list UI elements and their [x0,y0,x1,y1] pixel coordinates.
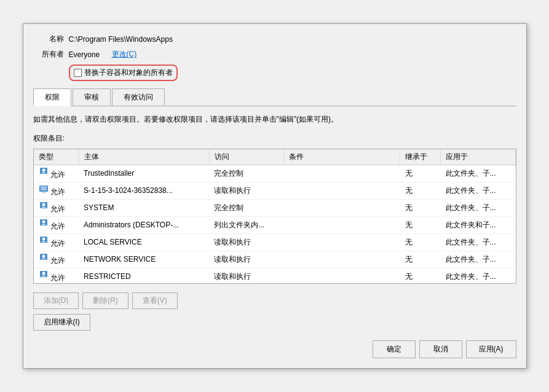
inherit-button[interactable]: 启用继承(I) [33,314,90,331]
table-row[interactable]: 允许S-1-15-3-1024-36352838...读取和执行无此文件夹、子.… [34,182,516,199]
row-apply: 此文件夹、子... [441,165,516,182]
row-inherit: 无 [400,199,441,216]
tab-permissions[interactable]: 权限 [33,88,71,106]
confirm-buttons: 确定 取消 应用(A) [33,340,516,358]
row-condition [284,233,400,251]
description-text: 如需其他信息，请双击权限项目。若要修改权限项目，请选择该项目并单击"编辑"(如果… [33,114,516,125]
row-access: 读取和执行 [209,233,283,251]
row-apply: 此文件夹、子... [441,233,516,251]
row-subject: Administrators (DESKTOP-... [79,216,209,233]
row-condition [284,268,400,284]
table-row[interactable]: 允许SYSTEM完全控制无此文件夹、子... [34,199,516,216]
col-subject: 主体 [79,149,209,165]
row-apply: 此文件夹、子... [441,268,516,284]
row-subject: LOCAL SERVICE [79,233,209,251]
row-type: 允许 [34,251,79,268]
svg-point-8 [42,220,45,223]
row-access: 读取和执行 [209,182,283,199]
svg-rect-4 [42,192,45,193]
tab-effective[interactable]: 有效访问 [112,88,165,106]
row-subject: SYSTEM [79,199,209,216]
tab-bar: 权限 审核 有效访问 [33,88,516,106]
row-apply: 此文件夹和子... [441,216,516,233]
inherit-button-row: 启用继承(I) [33,314,516,331]
delete-button[interactable]: 删除(R) [82,292,128,309]
svg-point-14 [42,272,45,275]
row-access: 完全控制 [209,165,283,182]
svg-point-6 [42,203,45,206]
add-button[interactable]: 添加(D) [33,292,79,309]
user-icon [39,219,49,229]
table-row[interactable]: 允许Administrators (DESKTOP-...列出文件夹内...无此… [34,216,516,233]
row-condition [284,165,400,182]
ok-button[interactable]: 确定 [373,340,416,358]
svg-rect-3 [41,186,47,190]
row-access: 读取和执行 [209,268,283,284]
row-subject: NETWORK SERVICE [79,251,209,268]
row-subject: S-1-15-3-1024-36352838... [79,182,209,199]
table-row[interactable]: 允许TrustedInstaller完全控制无此文件夹、子... [34,165,516,182]
svg-point-1 [42,168,45,171]
table-row[interactable]: 允许LOCAL SERVICE读取和执行无此文件夹、子... [34,233,516,251]
col-type: 类型 [34,149,79,165]
action-buttons: 添加(D) 删除(R) 查看(V) [33,292,516,309]
row-condition [284,216,400,233]
row-type: 允许 [34,165,79,182]
svg-point-10 [42,237,45,240]
tab-audit[interactable]: 审核 [73,88,111,106]
user-icon [39,167,49,177]
view-button[interactable]: 查看(V) [132,292,178,309]
security-dialog: 名称 C:\Program Files\WindowsApps 所有者 Ever… [23,23,527,368]
row-type: 允许 [34,216,79,233]
user-icon [39,202,49,211]
col-condition: 条件 [284,149,400,165]
user-icon [39,253,49,263]
col-inherit: 继承于 [400,149,441,165]
row-subject: RESTRICTED [79,268,209,284]
col-access: 访问 [209,149,283,165]
table-row[interactable]: 允许RESTRICTED读取和执行无此文件夹、子... [34,268,516,284]
acl-table-wrapper[interactable]: 类型 主体 访问 条件 继承于 应用于 允许TrustedInstaller完全… [33,149,516,284]
table-header-row: 类型 主体 访问 条件 继承于 应用于 [34,149,516,165]
row-apply: 此文件夹、子... [441,199,516,216]
row-subject: TrustedInstaller [79,165,209,182]
row-inherit: 无 [400,233,441,251]
row-inherit: 无 [400,251,441,268]
row-type: 允许 [34,233,79,251]
name-row: 名称 C:\Program Files\WindowsApps [33,34,516,44]
name-label: 名称 [33,34,64,44]
owner-value: Everyone [69,50,100,59]
owner-row: 所有者 Everyone 更改(C) [33,49,516,60]
row-type: 允许 [34,199,79,216]
name-value: C:\Program Files\WindowsApps [69,35,173,44]
row-inherit: 无 [400,165,441,182]
replace-owner-box: 替换子容器和对象的所有者 [69,65,178,81]
table-row[interactable]: 允许NETWORK SERVICE读取和执行无此文件夹、子... [34,251,516,268]
replace-owner-label: 替换子容器和对象的所有者 [84,68,173,78]
row-condition [284,182,400,199]
user-icon [39,236,49,246]
acl-label: 权限条目: [33,133,516,144]
user-icon [39,270,49,280]
cancel-button[interactable]: 取消 [419,340,462,358]
row-inherit: 无 [400,182,441,199]
replace-owner-row: 替换子容器和对象的所有者 [69,65,516,81]
svg-point-12 [42,254,45,257]
row-inherit: 无 [400,216,441,233]
row-type: 允许 [34,182,79,199]
row-access: 列出文件夹内... [209,216,283,233]
row-access: 读取和执行 [209,251,283,268]
col-apply: 应用于 [441,149,516,165]
acl-table: 类型 主体 访问 条件 继承于 应用于 允许TrustedInstaller完全… [34,149,516,284]
row-condition [284,199,400,216]
change-link[interactable]: 更改(C) [112,49,137,60]
row-type: 允许 [34,268,79,284]
owner-label: 所有者 [33,49,64,60]
apply-button[interactable]: 应用(A) [466,340,516,358]
row-condition [284,251,400,268]
row-apply: 此文件夹、子... [441,251,516,268]
row-access: 完全控制 [209,199,283,216]
replace-owner-checkbox[interactable] [74,69,82,77]
pc-icon [39,184,49,194]
row-inherit: 无 [400,268,441,284]
